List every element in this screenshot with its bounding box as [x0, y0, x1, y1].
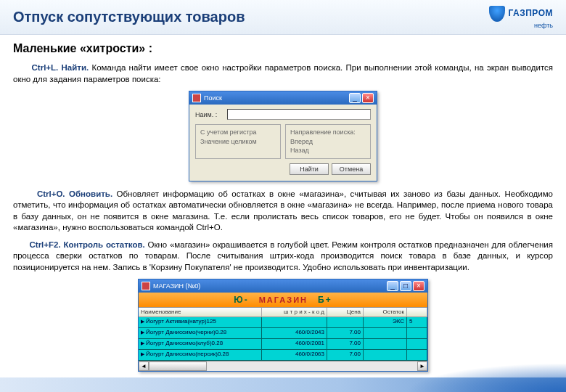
- table-body: Йогурт Активиа(натур)125ЭКС5 Йогурт Дани…: [139, 317, 427, 361]
- options-right: Направление поиска: Вперед Назад: [285, 124, 371, 159]
- table-row[interactable]: Йогурт Даниссимо(персик)0.28460/0/20637.…: [139, 350, 427, 361]
- slide-footer: [0, 377, 566, 392]
- search-input[interactable]: [227, 109, 371, 120]
- paragraph-control: Ctrl+F2. Контроль остатков. Окно «магази…: [13, 240, 553, 274]
- horizontal-scrollbar[interactable]: ◄ ►: [139, 361, 427, 371]
- section-subtitle: Маленькие «хитрости» :: [13, 42, 553, 55]
- brand-logo: ГАЗПРОМ нефть: [489, 6, 553, 29]
- options-left: С учетом регистра Значение целиком: [195, 124, 281, 159]
- scroll-thumb[interactable]: [149, 362, 207, 371]
- table-header: Наименование ш т р и х - к о д Цена Оста…: [139, 307, 427, 317]
- app-icon: [192, 94, 201, 102]
- table-row[interactable]: Йогурт Активиа(натур)125ЭКС5: [139, 317, 427, 328]
- close-button[interactable]: ×: [362, 93, 374, 103]
- paragraph-refresh: Ctrl+O. Обновить. Обновляет информацию о…: [13, 189, 553, 234]
- flame-icon: [489, 6, 505, 22]
- app-icon: [142, 282, 150, 290]
- store-window: МАГАЗИН (№0) _ □ × Ю- МАГАЗИН Б+ Наимено…: [138, 279, 428, 372]
- maximize-button[interactable]: □: [400, 281, 411, 291]
- close-button[interactable]: ×: [413, 281, 424, 291]
- cancel-button[interactable]: Отмена: [332, 163, 371, 175]
- scroll-left-icon[interactable]: ◄: [139, 362, 149, 371]
- slide-header: Отпуск сопутствующих товаров: [0, 0, 566, 35]
- store-titlebar: МАГАЗИН (№0) _ □ ×: [139, 279, 427, 293]
- minimize-button[interactable]: _: [349, 93, 361, 103]
- search-dialog: Поиск _ × Наим. : С учетом регистра Знач…: [189, 91, 377, 181]
- slide-title: Отпуск сопутствующих товаров: [13, 9, 245, 25]
- paragraph-find: Ctrl+L. Найти. Команда найти имеет свое …: [13, 62, 553, 85]
- table-row[interactable]: Йогурт Даниссимо(клуб)0.28460/0/20817.00: [139, 339, 427, 350]
- nav-prev[interactable]: Ю-: [234, 295, 248, 305]
- slide-body: Маленькие «хитрости» : Ctrl+L. Найти. Ко…: [0, 35, 566, 372]
- search-label: Наим. :: [195, 111, 227, 118]
- nav-next[interactable]: Б+: [318, 295, 332, 305]
- dialog-titlebar: Поиск _ ×: [189, 91, 377, 105]
- store-banner: Ю- МАГАЗИН Б+: [139, 293, 427, 307]
- minimize-button[interactable]: _: [387, 281, 398, 291]
- table-row[interactable]: Йогурт Даниссимо(черни)0.28460/0/20437.0…: [139, 328, 427, 339]
- find-button[interactable]: Найти: [290, 163, 329, 175]
